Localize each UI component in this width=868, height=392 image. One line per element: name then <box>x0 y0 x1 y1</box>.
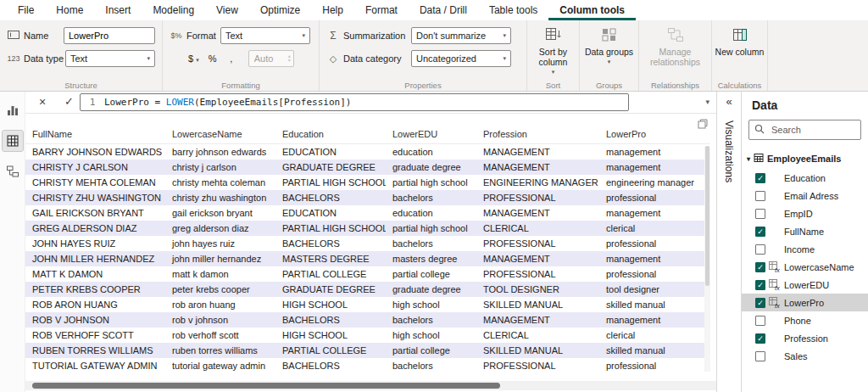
field-item-profession[interactable]: ✓Profession <box>742 329 868 347</box>
chevron-down-icon[interactable]: ▾ <box>747 155 750 163</box>
horizontal-scrollbar-thumb[interactable] <box>32 383 500 389</box>
thousands-separator-button[interactable]: , <box>223 50 240 67</box>
decimal-places-spinner[interactable]: Auto ▴▾ <box>248 50 294 67</box>
data-type-select[interactable]: Text ▾ <box>65 50 155 67</box>
format-select[interactable]: Text ▾ <box>220 27 310 44</box>
menu-tab-file[interactable]: File <box>7 0 45 20</box>
field-item-phone[interactable]: Phone <box>742 311 868 329</box>
horizontal-scrollbar[interactable] <box>25 381 716 390</box>
vertical-scrollbar-thumb[interactable] <box>705 146 709 286</box>
format-value: Text <box>225 31 242 41</box>
sort-by-column-button[interactable]: Sort by column ▾ <box>530 24 576 80</box>
checkbox-unchecked-icon[interactable] <box>755 244 765 255</box>
data-view-button[interactable] <box>3 131 23 151</box>
grid-body: BARRY JOHNSON EDWARDSbarry johnson edwar… <box>25 144 710 373</box>
table-cell: partial high school <box>386 223 476 233</box>
menu-tab-view[interactable]: View <box>205 0 249 20</box>
percent-button[interactable]: % <box>204 50 221 67</box>
table-row[interactable]: JOHN MILLER HERNANDEZjohn miller hernand… <box>25 251 710 266</box>
table-row[interactable]: CHRISTY ZHU WASHINGTONchristy zhu washin… <box>25 190 710 205</box>
menu-tab-data-drill[interactable]: Data / Drill <box>409 0 478 20</box>
data-groups-button[interactable]: Data groups ▾ <box>582 24 636 80</box>
column-header-education[interactable]: Education <box>275 129 386 139</box>
table-row[interactable]: JOHN HAYES RUIZjohn hayes ruizBACHELORSb… <box>25 236 710 251</box>
table-cell: SKILLED MANUAL <box>476 300 599 310</box>
field-item-lowerpro[interactable]: ✓fxLowerPro <box>742 294 868 311</box>
visualizations-panel-collapsed[interactable]: « Visualizations <box>716 92 742 392</box>
formula-expand-icon[interactable]: ▾ <box>705 98 709 106</box>
search-input[interactable] <box>770 124 855 136</box>
menu-tab-optimize[interactable]: Optimize <box>249 0 311 20</box>
field-name: EmpID <box>784 209 813 219</box>
field-item-email-adress[interactable]: Email Adress <box>742 187 868 204</box>
search-box[interactable] <box>748 120 861 140</box>
table-row[interactable]: ROB ARON HUANGrob aron huangHIGH SCHOOLh… <box>25 297 710 312</box>
table-row[interactable]: CHRISTY MEHTA COLEMANchristy mehta colem… <box>25 175 710 190</box>
table-cell: TOOL DESIGNER <box>476 284 599 294</box>
data-category-select[interactable]: Uncategorized ▾ <box>411 50 511 67</box>
table-row[interactable]: BARRY JOHNSON EDWARDSbarry johnson edwar… <box>25 144 710 160</box>
table-row[interactable]: PETER KREBS COOPERpeter krebs cooperGRAD… <box>25 282 710 297</box>
checkbox-checked-icon[interactable]: ✓ <box>755 227 765 237</box>
field-item-lowercasename[interactable]: ✓fxLowercaseName <box>742 258 868 276</box>
field-item-empid[interactable]: EmpID <box>742 204 868 222</box>
vertical-scrollbar[interactable] <box>704 146 710 372</box>
field-name: LowerEDU <box>784 280 829 290</box>
menu-tab-format[interactable]: Format <box>354 0 409 20</box>
table-row[interactable]: ROB VERHOFF SCOTTrob verhoff scottHIGH S… <box>25 328 710 343</box>
column-header-loweredu[interactable]: LowerEDU <box>386 129 476 139</box>
copy-icon[interactable] <box>698 117 708 132</box>
table-cell: engineering manager <box>599 177 710 188</box>
menu-tab-modeling[interactable]: Modeling <box>142 0 205 20</box>
report-view-button[interactable] <box>3 100 23 120</box>
ribbon-group-relationships: Manage relationships Relationships <box>639 20 712 91</box>
column-header-lowercasename[interactable]: LowercaseName <box>165 129 275 139</box>
table-row[interactable]: TUTORIAL GATEWAY ADMINtutorial gateway a… <box>25 358 710 373</box>
field-item-income[interactable]: Income <box>742 240 868 258</box>
currency-button[interactable]: $ ▾ <box>185 50 203 67</box>
formula-input[interactable]: 1 LowerPro = LOWER(EmployeeEmails[Profes… <box>80 93 629 111</box>
table-row[interactable]: GAIL ERICKSON BRYANTgail erickson bryant… <box>25 205 710 221</box>
table-row[interactable]: RUBEN TORRES WILLIAMSruben torres willia… <box>25 343 710 358</box>
checkbox-unchecked-icon[interactable] <box>755 191 765 201</box>
table-cell: PROFESSIONAL <box>476 193 599 203</box>
menu-tab-home[interactable]: Home <box>45 0 94 20</box>
table-cell: PROFESSIONAL <box>476 269 599 279</box>
cancel-formula-icon[interactable]: × <box>39 95 46 109</box>
table-row[interactable]: CHRISTY J CARLSONchristy j carlsonGRADUA… <box>25 160 710 175</box>
checkbox-checked-icon[interactable]: ✓ <box>755 298 765 308</box>
model-view-button[interactable] <box>3 161 23 182</box>
commit-formula-icon[interactable]: ✓ <box>64 95 74 109</box>
column-header-fullname[interactable]: FullName <box>25 129 165 139</box>
summarization-select[interactable]: Don't summarize ▾ <box>411 27 511 44</box>
new-column-label: New column <box>715 47 765 57</box>
name-input[interactable] <box>64 27 155 44</box>
checkbox-checked-icon[interactable]: ✓ <box>755 262 765 272</box>
table-row[interactable]: ROB V JOHNSONrob v johnsonBACHELORSbache… <box>25 312 710 328</box>
data-category-icon: ◇ <box>326 53 340 64</box>
table-node-employeeemails[interactable]: ▾ EmployeeEmails <box>742 150 868 167</box>
checkbox-checked-icon[interactable]: ✓ <box>755 333 765 344</box>
table-cell: ROB V JOHNSON <box>25 315 165 325</box>
checkbox-checked-icon[interactable]: ✓ <box>755 173 765 183</box>
field-item-fullname[interactable]: ✓FullName <box>742 222 868 240</box>
column-header-profession[interactable]: Profession <box>476 129 599 139</box>
checkbox-unchecked-icon[interactable] <box>755 316 765 326</box>
expand-panel-icon[interactable]: « <box>717 95 741 108</box>
new-column-button[interactable]: New column <box>715 24 765 80</box>
checkbox-unchecked-icon[interactable] <box>755 209 765 219</box>
menu-tab-insert[interactable]: Insert <box>94 0 142 20</box>
field-item-sales[interactable]: Sales <box>742 347 868 365</box>
column-header-lowerpro[interactable]: LowerPro <box>599 129 710 139</box>
table-cell: TUTORIAL GATEWAY ADMIN <box>25 361 165 371</box>
checkbox-checked-icon[interactable]: ✓ <box>755 280 765 290</box>
table-row[interactable]: GREG ALDERSON DIAZgreg alderson diazPART… <box>25 221 710 236</box>
menu-tab-table-tools[interactable]: Table tools <box>478 0 548 20</box>
table-row[interactable]: MATT K DAMONmatt k damonPARTIAL COLLEGEp… <box>25 266 710 282</box>
checkbox-unchecked-icon[interactable] <box>755 351 765 361</box>
menu-tab-column-tools[interactable]: Column tools <box>548 0 636 20</box>
field-item-loweredu[interactable]: ✓fxLowerEDU <box>742 276 868 294</box>
chevron-down-icon: ▾ <box>503 32 506 39</box>
menu-tab-help[interactable]: Help <box>311 0 354 20</box>
field-item-education[interactable]: ✓Education <box>742 169 868 187</box>
